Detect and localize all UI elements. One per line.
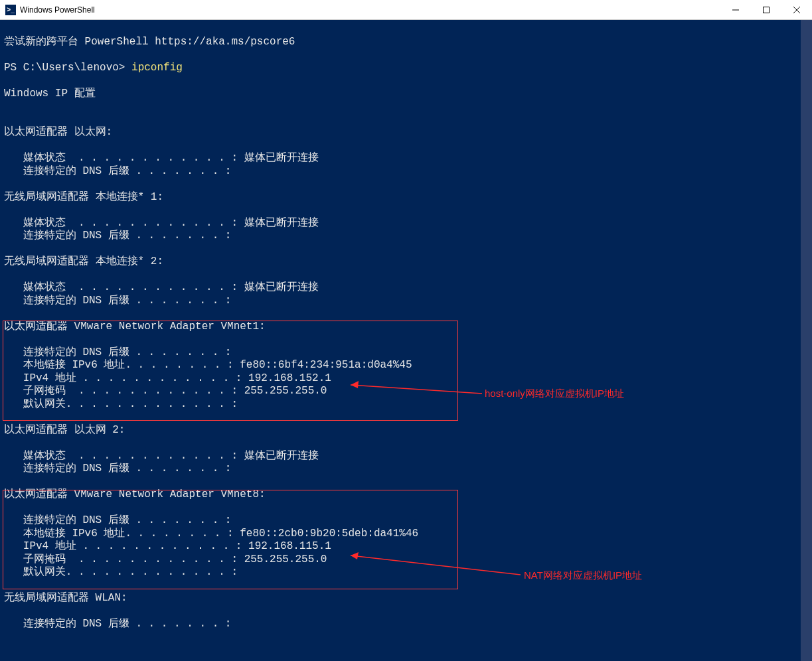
console-line: IPv4 地址 . . . . . . . . . . . . : 192.16… [4,540,808,553]
console-line: 连接特定的 DNS 后缀 . . . . . . . : [4,165,808,179]
console-line: 以太网适配器 以太网: [4,126,808,139]
console-line: 连接特定的 DNS 后缀 . . . . . . . : [4,230,808,243]
console-line [4,437,808,450]
console-line [4,502,808,515]
maximize-button[interactable] [751,0,781,20]
console-line: 媒体状态 . . . . . . . . . . . . : 媒体已断开连接 [4,217,808,230]
console-line: 媒体状态 . . . . . . . . . . . . : 媒体已断开连接 [4,450,808,463]
console-line: 连接特定的 DNS 后缀 . . . . . . . : [4,295,808,308]
console-line: 以太网适配器 VMware Network Adapter VMnet8: [4,488,808,502]
typed-command: ipconfig [131,62,183,74]
window-titlebar: >_ Windows PowerShell [0,0,812,20]
svg-rect-1 [764,7,770,13]
console-line: 默认网关. . . . . . . . . . . . . : [4,398,808,411]
console-line: 尝试新的跨平台 PowerShell https://aka.ms/pscore… [4,36,808,49]
console-line [4,605,808,619]
console-line: 默认网关. . . . . . . . . . . . . : [4,566,808,579]
console-line: 连接特定的 DNS 后缀 . . . . . . . : [4,514,808,528]
console-line [4,74,808,88]
console-line: 无线局域网适配器 WLAN: [4,592,808,605]
console-line [4,113,808,127]
console-line [4,100,808,113]
close-icon [793,7,800,13]
console-line: 子网掩码 . . . . . . . . . . . . : 255.255.2… [4,385,808,398]
close-button[interactable] [781,0,812,20]
console-line: 连接特定的 DNS 后缀 . . . . . . . : [4,346,808,360]
console-line: 无线局域网适配器 本地连接* 1: [4,191,808,204]
powershell-icon: >_ [5,5,16,15]
console-line: 子网掩码 . . . . . . . . . . . . : 255.255.2… [4,553,808,567]
window-title: Windows PowerShell [20,5,95,15]
console-line [4,178,808,191]
console-line [4,204,808,217]
prompt-prefix: PS C:\Users\lenovo> [4,62,131,74]
console-line [4,243,808,256]
console-line [4,139,808,153]
console-line [4,48,808,62]
console-line [4,411,808,424]
console-line: 以太网适配器 以太网 2: [4,424,808,437]
console-line: 本地链接 IPv6 地址. . . . . . . . : fe80::6bf4… [4,359,808,372]
console-line: IPv4 地址 . . . . . . . . . . . . : 192.16… [4,372,808,386]
console-line: 无线局域网适配器 本地连接* 2: [4,256,808,269]
minimize-icon [732,7,739,13]
console-line: 连接特定的 DNS 后缀 . . . . . . . : [4,463,808,476]
vertical-scrollbar[interactable] [801,20,812,661]
console-line: 本地链接 IPv6 地址. . . . . . . . : fe80::2cb0… [4,528,808,541]
console-line: 媒体状态 . . . . . . . . . . . . : 媒体已断开连接 [4,281,808,295]
console-line [4,476,808,489]
console-line [4,23,808,36]
console-line [4,579,808,593]
console-line: 媒体状态 . . . . . . . . . . . . : 媒体已断开连接 [4,152,808,165]
console-line: Windows IP 配置 [4,88,808,101]
console-line [4,269,808,282]
console-line: 以太网适配器 VMware Network Adapter VMnet1: [4,321,808,334]
console-line: 连接特定的 DNS 后缀 . . . . . . . : [4,618,808,631]
console-output[interactable]: 尝试新的跨平台 PowerShell https://aka.ms/pscore… [0,20,812,631]
minimize-button[interactable] [720,0,751,20]
maximize-icon [763,7,770,13]
console-line [4,333,808,346]
console-line [4,307,808,321]
prompt-line: PS C:\Users\lenovo> ipconfig [4,62,808,75]
